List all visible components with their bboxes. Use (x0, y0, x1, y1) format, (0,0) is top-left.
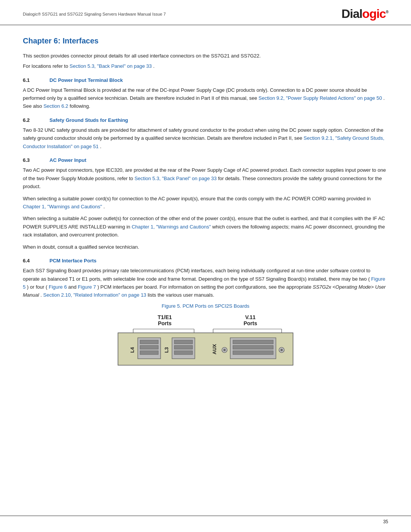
intro-para2: For locations refer to Section 5.3, "Bac… (23, 62, 388, 70)
section-6-4-body: Each SS7 Signaling Board provides primar… (23, 267, 388, 299)
section-6-3-heading: 6.3 AC Power Input (23, 157, 388, 163)
s61-body3: following. (70, 103, 90, 109)
s61-link2[interactable]: Section 6.2 (43, 103, 68, 109)
section-6-4-heading: 6.4 PCM Interface Ports (23, 258, 388, 264)
ports1-label: Ports (158, 320, 172, 326)
logo: Dialogic® (341, 7, 388, 21)
svg-text:AUX: AUX (212, 344, 217, 355)
logo-dial: Dial (341, 7, 362, 21)
intro-para2-prefix: For locations refer to (23, 63, 70, 69)
s64-para1e: . (40, 292, 43, 298)
svg-rect-16 (174, 351, 193, 355)
svg-rect-22 (233, 345, 273, 349)
s64-para1f: lists the various user manuals. (148, 292, 214, 298)
page-container: Dialogic® SS7G21 and SS7G22 Signaling Se… (0, 0, 411, 532)
board-diagram: L4 L3 AUX (114, 327, 297, 369)
v11-label: V.11 (244, 314, 257, 320)
section-6-2-para: Two 8-32 UNC safety ground studs are pro… (23, 126, 388, 150)
section-6-3-number: 6.3 (23, 157, 38, 163)
section-6-3-body: Two AC power input connectors, type IEC3… (23, 166, 388, 251)
svg-point-19 (223, 349, 226, 351)
section-6-3-title: AC Power Input (49, 157, 86, 163)
s64-link4[interactable]: Section 2.10, "Related Information" on p… (43, 292, 147, 298)
svg-rect-14 (174, 340, 193, 344)
section-6-2-number: 6.2 (23, 117, 38, 123)
t1e1-label-group: T1/E1 Ports (158, 314, 172, 326)
s63-para2-prefix: When selecting a suitable power cord(s) … (23, 196, 371, 201)
svg-rect-11 (140, 351, 158, 355)
s64-para1d: ) PCM interfaces per board. For informat… (97, 284, 313, 290)
port-labels-row: T1/E1 Ports V.11 Ports (114, 314, 297, 326)
section-6-3-para1: Two AC power input connectors, type IEC3… (23, 166, 388, 190)
section-6-3-para3: When selecting a suitable AC power outle… (23, 214, 388, 239)
logo-area: Dialogic® (341, 7, 388, 21)
s64-para1c: and (68, 284, 78, 290)
ports2-label: Ports (244, 320, 257, 326)
section-6-4-title: PCM Interface Ports (49, 258, 97, 264)
page-number: 35 (383, 519, 388, 524)
svg-text:L3: L3 (164, 347, 169, 353)
s63-para2-suffix: . (104, 204, 105, 209)
s64-link3[interactable]: Figure 7 (78, 284, 96, 290)
main-content: Chapter 6: Interfaces This section provi… (0, 25, 411, 399)
section-6-1-body: A DC Power Input Terminal Block is provi… (23, 86, 388, 110)
intro-link[interactable]: Section 5.3, "Back Panel" on page 33 (70, 63, 152, 69)
chapter-title: Chapter 6: Interfaces (23, 37, 388, 45)
pcm-diagram: T1/E1 Ports V.11 Ports (114, 314, 297, 369)
s63-link3[interactable]: Chapter 1, "Warnings and Cautions" (132, 224, 211, 230)
svg-rect-15 (174, 345, 193, 349)
section-6-4-para1: Each SS7 Signaling Board provides primar… (23, 267, 388, 299)
svg-point-25 (280, 349, 283, 351)
intro-para2-suffix: . (153, 63, 155, 69)
svg-rect-21 (233, 340, 273, 344)
svg-rect-10 (140, 345, 158, 349)
header-text: Dialogic® SS7G21 and SS7G22 Signaling Se… (23, 12, 166, 16)
section-6-2-title: Safety Ground Studs for Earthing (49, 117, 128, 123)
section-6-4-number: 6.4 (23, 258, 38, 264)
s63-link2[interactable]: Chapter 1, "Warnings and Cautions" (23, 204, 102, 209)
section-6-2-body: Two 8-32 UNC safety ground studs are pro… (23, 126, 388, 150)
section-6-2-heading: 6.2 Safety Ground Studs for Earthing (23, 117, 388, 123)
section-6-3-para2: When selecting a suitable power cord(s) … (23, 195, 388, 211)
section-6-1-number: 6.1 (23, 77, 38, 83)
page-footer: 35 (0, 516, 411, 524)
section-6-3-para4: When in doubt, consult a qualified servi… (23, 243, 388, 251)
t1e1-label: T1/E1 (158, 314, 172, 320)
figure-area: T1/E1 Ports V.11 Ports (23, 314, 388, 369)
logo-reg: ® (386, 10, 388, 14)
figure-caption: Figure 5. PCM Ports on SPCI2S Boards (23, 303, 388, 309)
section-6-1-heading: 6.1 DC Power Input Terminal Block (23, 77, 388, 83)
page-header: Dialogic® SS7G21 and SS7G22 Signaling Se… (0, 0, 411, 25)
s64-link2[interactable]: Figure 6 (49, 284, 67, 290)
intro-para1: This section provides connector pinout d… (23, 52, 388, 60)
s63-link1[interactable]: Section 5.3, "Back Panel" on page 33 (134, 176, 217, 181)
section-6-1-title: DC Power Input Terminal Block (49, 77, 123, 83)
v11-label-group: V.11 Ports (244, 314, 257, 326)
svg-text:L4: L4 (129, 347, 135, 353)
svg-rect-23 (233, 351, 273, 355)
svg-rect-9 (140, 340, 158, 344)
s64-para1b: ) or four ( (27, 284, 47, 290)
s62-body2: . (100, 144, 102, 149)
logo-ogic: ogic (362, 7, 386, 21)
s64-para1-prefix: Each SS7 Signaling Board provides primar… (23, 268, 370, 281)
s61-link1[interactable]: Section 9.2, "Power Supply Related Actio… (258, 95, 382, 101)
section-6-1-para: A DC Power Input Terminal Block is provi… (23, 86, 388, 110)
